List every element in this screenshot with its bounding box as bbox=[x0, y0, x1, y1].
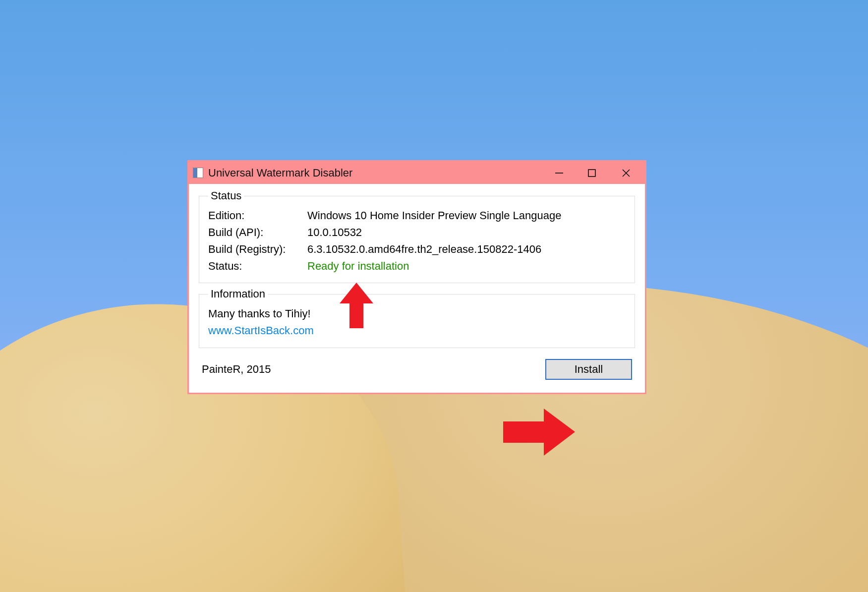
author-label: PainteR, 2015 bbox=[202, 363, 271, 376]
app-icon bbox=[193, 168, 203, 178]
titlebar[interactable]: Universal Watermark Disabler bbox=[189, 162, 645, 184]
window-footer: PainteR, 2015 Install bbox=[199, 359, 635, 383]
label-edition: Edition: bbox=[208, 207, 307, 224]
window-controls bbox=[543, 162, 644, 184]
value-build-registry: 6.3.10532.0.amd64fre.th2_release.150822-… bbox=[307, 241, 626, 258]
close-icon bbox=[622, 169, 631, 178]
close-button[interactable] bbox=[608, 162, 644, 184]
value-status: Ready for installation bbox=[307, 258, 626, 275]
status-group-label: Status bbox=[208, 189, 244, 202]
window-title: Universal Watermark Disabler bbox=[208, 167, 543, 179]
window-body: Status Edition: Windows 10 Home Insider … bbox=[189, 184, 645, 393]
value-edition: Windows 10 Home Insider Preview Single L… bbox=[307, 207, 626, 224]
maximize-icon bbox=[588, 169, 596, 177]
maximize-button[interactable] bbox=[576, 162, 608, 184]
status-row-build-registry: Build (Registry): 6.3.10532.0.amd64fre.t… bbox=[208, 241, 626, 258]
label-status: Status: bbox=[208, 258, 307, 275]
desktop-wallpaper: Universal Watermark Disabler Status Edit… bbox=[0, 0, 868, 592]
label-build-api: Build (API): bbox=[208, 224, 307, 241]
status-group: Status Edition: Windows 10 Home Insider … bbox=[199, 196, 635, 283]
status-row-edition: Edition: Windows 10 Home Insider Preview… bbox=[208, 207, 626, 224]
info-thanks: Many thanks to Tihiy! bbox=[208, 305, 626, 322]
label-build-registry: Build (Registry): bbox=[208, 241, 307, 258]
info-group: Information Many thanks to Tihiy! www.St… bbox=[199, 294, 635, 348]
install-button[interactable]: Install bbox=[545, 359, 632, 380]
svg-rect-1 bbox=[588, 170, 595, 177]
info-group-label: Information bbox=[208, 288, 268, 300]
value-build-api: 10.0.10532 bbox=[307, 224, 626, 241]
app-window: Universal Watermark Disabler Status Edit… bbox=[187, 160, 646, 394]
info-link[interactable]: www.StartIsBack.com bbox=[208, 322, 626, 339]
status-row-build-api: Build (API): 10.0.10532 bbox=[208, 224, 626, 241]
minimize-icon bbox=[555, 169, 564, 178]
minimize-button[interactable] bbox=[543, 162, 576, 184]
status-row-status: Status: Ready for installation bbox=[208, 258, 626, 275]
